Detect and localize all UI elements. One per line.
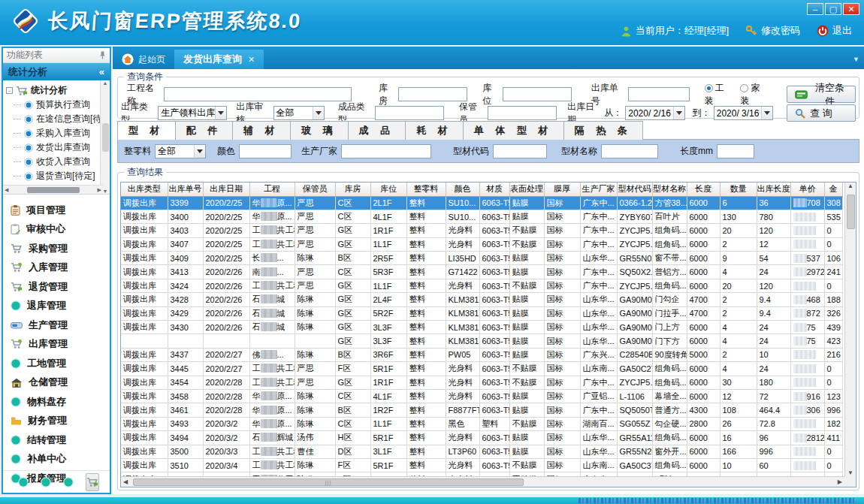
tree-item[interactable]: 发货出库查询 <box>6 140 108 155</box>
scroll-thumb[interactable] <box>102 123 109 152</box>
scroll-thumb[interactable] <box>847 195 855 229</box>
profile-name-input[interactable] <box>601 144 658 158</box>
column-header[interactable]: 整零料 <box>406 183 446 196</box>
cart-toolbar-button[interactable] <box>86 473 99 491</box>
scroll-left-icon[interactable]: ◀ <box>123 478 128 485</box>
material-tab[interactable]: 单 体 型 材 <box>464 121 564 140</box>
material-tab[interactable]: 配 件 <box>176 121 234 140</box>
tab-outbound-query[interactable]: 发货出库查询 ✕ <box>174 50 264 69</box>
tab-home[interactable]: 起始页 <box>113 50 174 69</box>
table-row[interactable]: G区3L3F整料KLM38176063-T5贴膜国标山东华...GA90M09.… <box>121 334 842 348</box>
tree-item[interactable]: 收货入库查询 <box>6 155 108 169</box>
date-from-select[interactable]: 2020/ 2/16 <box>625 106 685 120</box>
column-header[interactable]: 型材代码 <box>617 183 652 196</box>
table-row[interactable]: 调拨出库34302020/2/26石城陈琳G区3L3F整料KLM38176063… <box>121 321 842 334</box>
table-row[interactable]: 调拨出库35002020/3/3工共工程曹佳D区3L1F整料LT3P606063… <box>121 445 842 458</box>
sidebar-item-出库管理[interactable]: 出库管理 <box>11 335 110 355</box>
sidebar-item-补单中心[interactable]: 补单中心 <box>11 450 110 469</box>
pin-icon[interactable] <box>99 51 106 59</box>
sidebar-item-项目管理[interactable]: 项目管理 <box>11 201 110 220</box>
material-tab[interactable]: 隔 热 条 <box>564 121 643 140</box>
tree-root-statistics[interactable]: - 统计分析 <box>6 83 108 98</box>
date-to-select[interactable]: 2020/ 3/16 <box>714 106 774 120</box>
column-header[interactable]: 金 <box>824 183 842 196</box>
length-input[interactable] <box>717 144 754 158</box>
location-input[interactable] <box>503 87 572 101</box>
maximize-button[interactable]: ▢ <box>825 3 841 15</box>
scroll-up-icon[interactable]: ▲ <box>103 80 108 86</box>
sidebar-item-工地管理[interactable]: 工地管理 <box>11 354 110 373</box>
material-tab[interactable]: 耗 材 <box>406 121 464 140</box>
table-row[interactable]: 调拨出库34542020/2/28工共工程严思G区1R1F整料光身料6063-T… <box>121 376 842 389</box>
material-tab[interactable]: 型 材 <box>117 121 176 140</box>
column-header[interactable]: 生产厂家 <box>580 183 617 196</box>
tree-horizontal-scrollbar[interactable]: ◀ ▶ <box>3 185 103 194</box>
table-row[interactable]: 调拨出库34372020/2/27佛...陈琳B区3R6F整料PW056063-… <box>121 348 842 361</box>
scroll-right-icon[interactable]: ▶ <box>98 187 101 193</box>
scroll-down-icon[interactable]: ▼ <box>103 189 108 194</box>
table-horizontal-scrollbar[interactable]: ◀ ||| ▶ <box>121 476 844 487</box>
radio-jiazhuang[interactable]: 家装 <box>740 82 767 107</box>
outbound-type-select[interactable]: 生产领料出库 <box>158 106 227 120</box>
manufacturer-input[interactable] <box>341 144 431 158</box>
material-tab[interactable]: 辅 材 <box>233 121 291 140</box>
radio-gongzhuang[interactable]: 工装 <box>705 82 732 107</box>
circle-teal-icon[interactable] <box>63 477 74 487</box>
table-row[interactable]: 调拨出库34002020/2/25华原...严思C区4L1F整料SU10...6… <box>121 210 842 223</box>
keeper-input[interactable] <box>488 106 557 120</box>
outbound-audit-select[interactable]: 全部 <box>273 106 325 120</box>
logout-button[interactable]: 退出 <box>817 24 852 38</box>
sidebar-item-入库管理[interactable]: 入库管理 <box>11 258 110 278</box>
tree-item[interactable]: 退货查询[待定] <box>6 169 108 183</box>
sidebar-item-退库管理[interactable]: 退库管理 <box>11 297 110 316</box>
sidebar-item-仓储管理[interactable]: 仓储管理 <box>11 373 110 393</box>
table-row[interactable]: 调拨出库34282020/2/26石城陈琳G区2L4F整料KLM38176063… <box>121 293 842 306</box>
column-header[interactable]: 颜色 <box>446 183 479 196</box>
circle-teal-icon[interactable] <box>18 477 29 487</box>
sidebar-item-审核中心[interactable]: 审核中心 <box>11 220 110 240</box>
column-header[interactable]: 出库长度 <box>757 183 790 196</box>
table-row[interactable]: 调拨出库34132020/2/26南...严思C区5R3F整料G71422606… <box>121 265 842 279</box>
material-tab[interactable]: 玻 璃 <box>291 121 349 140</box>
table-row[interactable]: 调拨出库34242020/2/26工共工程严思G区1L1F整料光身料6063-T… <box>121 279 842 292</box>
scroll-right-icon[interactable]: ▶ <box>838 478 842 485</box>
scroll-up-icon[interactable]: ▲ <box>847 183 853 189</box>
whole-part-select[interactable]: 全部 <box>155 144 206 158</box>
warehouse-input[interactable] <box>398 87 467 101</box>
scroll-down-icon[interactable]: ▼ <box>847 469 853 476</box>
tab-close-icon[interactable]: ✕ <box>248 55 255 65</box>
circle-teal-icon[interactable] <box>41 477 51 487</box>
table-row[interactable]: 调拨出库34582020/2/28华原...陈琳C区4L1F整料光身料6063-… <box>121 389 842 403</box>
tabbar-dropdown-icon[interactable]: ▼ <box>853 56 859 63</box>
tree-item[interactable]: 采购入库查询 <box>6 126 108 140</box>
sidebar-item-物料盘存[interactable]: 物料盘存 <box>11 392 110 412</box>
column-header[interactable]: 出库类型 <box>121 183 168 196</box>
table-row[interactable]: 调拨出库33992020/2/25华原...严思C区2L1F整料SU10...6… <box>121 196 842 210</box>
search-button[interactable]: 查 询 <box>787 104 856 122</box>
tree-item[interactable]: 在途信息查询[待 <box>6 112 108 126</box>
column-header[interactable]: 型材名称 <box>652 183 687 196</box>
sidebar-item-退货管理[interactable]: 退货管理 <box>11 277 110 297</box>
table-row[interactable]: 调拨出库34942020/3/2石辉城汤伟H区5R1F整料光身料6063-T5贴… <box>121 431 842 445</box>
sidebar-item-采购管理[interactable]: 采购管理 <box>11 239 110 258</box>
column-header[interactable]: 出库单号 <box>168 183 203 196</box>
profile-code-input[interactable] <box>493 144 547 158</box>
column-header[interactable]: 库房 <box>335 183 370 196</box>
table-vertical-scrollbar[interactable]: ▲ ▼ <box>844 183 856 476</box>
tree-expander-icon[interactable]: - <box>6 87 13 94</box>
minimize-button[interactable]: – <box>807 3 823 15</box>
column-header[interactable]: 工程 <box>249 183 295 196</box>
sidebar-item-生产管理[interactable]: 生产管理 <box>11 315 110 335</box>
table-row[interactable]: 调拨出库34072020/2/25工共工程严思G区1L1F整料光身料6063-T… <box>121 237 842 251</box>
table-row[interactable]: 调拨出库34932020/3/2华原...陈琳C区1L1F整料黑色塑料不贴膜国标… <box>121 417 842 430</box>
table-row[interactable]: 调拨出库34292020/2/26石城陈琳G区5R2F整料KLM38176063… <box>121 306 842 320</box>
column-header[interactable]: 单价 <box>790 183 824 196</box>
tree-item[interactable]: 预算执行查询 <box>6 98 108 112</box>
column-header[interactable]: 长度 <box>687 183 720 196</box>
sidebar-item-财务管理[interactable]: 财务管理 <box>11 412 110 431</box>
table-row[interactable]: 调拨出库34452020/2/27工共工程严思F区5R1F整料光身料6063-T… <box>121 362 842 376</box>
table-row[interactable]: 调拨出库34032020/2/25工共工程严思G区1R1F整料光身料6063-T… <box>121 224 842 237</box>
scroll-thumb[interactable]: ||| <box>133 478 524 486</box>
collapse-sidebar-button[interactable]: « <box>99 66 104 77</box>
column-header[interactable]: 出库日期 <box>203 183 249 196</box>
